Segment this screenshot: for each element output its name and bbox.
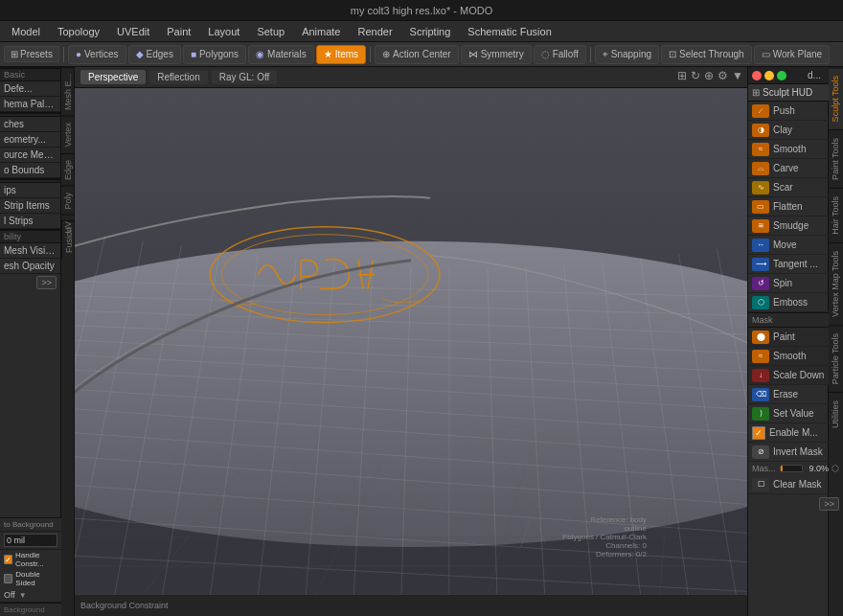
double-sided-row[interactable]: Double Sided [0,569,61,588]
tool-spin[interactable]: ↺ Spin [748,274,828,293]
tool-symmetry[interactable]: ⋈ Symmetry [461,45,532,64]
left-item-schema[interactable]: hema Palette [0,97,60,112]
poly-tab[interactable]: Poly [61,186,74,216]
menu-item-animate[interactable]: Animate [294,24,348,39]
viewport-icon-rotate[interactable]: ↻ [691,69,700,82]
tool-set-value[interactable]: ⟩ Set Value [748,404,828,423]
tool-mask-scale-down[interactable]: ↓ Scale Down [748,366,828,385]
window-maximize-button[interactable] [777,71,786,80]
left-item-strips[interactable]: l Strips [0,214,60,229]
tool-push[interactable]: ⟋ Push [748,102,828,121]
vertex-map-tools-tab[interactable]: Vertex Map Tools [829,242,843,325]
tool-emboss[interactable]: ⬡ Emboss [748,293,828,312]
tool-clear-mask[interactable]: ☐ Clear Mask [748,475,828,494]
sculpt-tools-tab[interactable]: Sculpt Tools [829,67,843,129]
tool-falloff[interactable]: ◌ Falloff [534,45,586,64]
toolbar: ⊞ Presets ● Vertices ◆ Edges ■ Polygons … [0,42,843,67]
particle-tools-tab[interactable]: Particle Tools [829,325,843,392]
tool-select-through[interactable]: ⊡ Select Through [661,45,752,64]
viewport-icon-grid[interactable]: ⊞ [677,69,687,82]
menu-item-schematic[interactable]: Schematic Fusion [460,24,558,39]
menu-item-setup[interactable]: Setup [249,24,292,39]
sculpt-hud-icon: ⊞ [752,87,760,98]
scar-icon: ∿ [752,181,769,194]
window-minimize-button[interactable] [764,71,774,80]
left-item-strip-items[interactable]: Strip Items [0,198,60,214]
push-icon: ⟋ [752,104,769,118]
dropdown-arrow[interactable]: ▼ [19,591,27,600]
edge-tab[interactable]: Edge [61,153,74,186]
left-section-bility: bility [0,229,60,243]
tool-polygons[interactable]: ■ Polygons [183,45,246,64]
tool-clay[interactable]: ◑ Clay [748,121,828,140]
tool-flatten[interactable]: ▭ Flatten [748,197,828,217]
left-item-source-meshes[interactable]: ource Meshes [0,148,60,163]
viewport-tab-reflection[interactable]: Reflection [149,70,207,84]
tool-tangent[interactable]: ⟿ Tangent ... [748,255,828,274]
background-input[interactable] [4,534,57,547]
viewport-icon-menu[interactable]: ▼ [732,69,743,82]
reference-body-label: Reference: body outline [562,515,647,533]
left-item-ips[interactable]: ips [0,183,60,198]
tool-mask-smooth[interactable]: ≈ Smooth [748,347,828,366]
tool-edges[interactable]: ◆ Edges [128,45,181,64]
toolbar-sep3 [590,47,591,62]
presets-icon: ⊞ [11,49,18,59]
tool-clear-mask-label: Clear Mask [773,479,828,490]
double-sided-checkbox[interactable] [4,574,12,583]
left-item-geometry[interactable]: eometry... [0,132,60,148]
tool-invert-mask[interactable]: ⊘ Invert Mask [748,443,828,462]
expand-button[interactable]: >> [36,276,57,289]
menu-item-paint[interactable]: Paint [159,24,198,39]
uv-tab[interactable]: UV [61,215,74,240]
handle-constr-row[interactable]: ✓ Handle Constr... [0,550,61,569]
left-item-mesh-vis[interactable]: Mesh Visibility [0,243,60,259]
tool-items[interactable]: ★ Items [316,45,366,64]
tool-scar[interactable]: ∿ Scar [748,178,828,197]
tool-move[interactable]: ↔ Move [748,236,828,255]
viewport[interactable]: Perspective Reflection Ray GL: Off ⊞ ↻ ⊕… [75,67,747,616]
menu-item-topology[interactable]: Topology [50,24,107,39]
menu-item-model[interactable]: Model [4,24,48,39]
viewport-icon-zoom[interactable]: ⊕ [704,69,714,82]
left-item-defe[interactable]: Defe... [0,81,60,97]
mask-slider-fill [781,466,783,471]
mask-section-label: Mask [748,312,828,328]
tool-tangent-label: Tangent ... [773,259,828,269]
handle-constr-checkbox[interactable]: ✓ [4,555,12,564]
viewport-tab-perspective[interactable]: Perspective [80,70,146,84]
tool-action-center[interactable]: ⊕ Action Center [375,45,459,64]
tool-mask-paint[interactable]: ⬤ Paint [748,328,828,347]
left-item-ches[interactable]: ches [0,117,60,132]
utilities-tab[interactable]: Utilities [829,392,843,436]
tool-smooth[interactable]: ≈ Smooth [748,140,828,159]
left-item-mesh-opacity[interactable]: esh Opacity [0,259,60,274]
presets-button[interactable]: ⊞ Presets [4,46,59,62]
tool-more-button[interactable]: >> [819,497,828,511]
tool-materials[interactable]: ◉ Materials [248,45,314,64]
hair-tools-tab[interactable]: Hair Tools [829,188,843,242]
tool-vertices[interactable]: ● Vertices [68,45,126,64]
paint-tools-tab[interactable]: Paint Tools [829,129,843,188]
viewport-icon-settings[interactable]: ⚙ [718,69,728,82]
tool-smudge[interactable]: ≋ Smudge [748,217,828,236]
tool-enable-mask[interactable]: ✓ Enable M... [748,423,828,443]
mask-slider-track[interactable] [780,465,803,472]
tool-snapping[interactable]: ⌖ Snapping [595,45,659,64]
viewport-icons: ⊞ ↻ ⊕ ⚙ ▼ [677,69,743,82]
menu-item-layout[interactable]: Layout [200,24,247,39]
tool-work-plane[interactable]: ▭ Work Plane [754,45,831,64]
vertex-tab[interactable]: Vertex [61,116,74,153]
enable-mask-checkbox[interactable]: ✓ [752,426,765,440]
menu-item-render[interactable]: Render [350,24,399,39]
menu-item-uvedit[interactable]: UVEdit [109,24,157,39]
viewport-tab-raygl[interactable]: Ray GL: Off [212,70,278,84]
tool-erase[interactable]: ⌫ Erase [748,385,828,404]
tool-carve[interactable]: ⌓ Carve [748,159,828,178]
tool-invert-mask-label: Invert Mask [773,446,828,457]
menu-item-scripting[interactable]: Scripting [402,24,459,39]
window-close-button[interactable] [752,71,762,80]
flatten-icon: ▭ [752,200,769,214]
left-item-bounds[interactable]: o Bounds [0,163,60,178]
mesh-edge-tab[interactable]: Mesh E... [61,67,74,116]
